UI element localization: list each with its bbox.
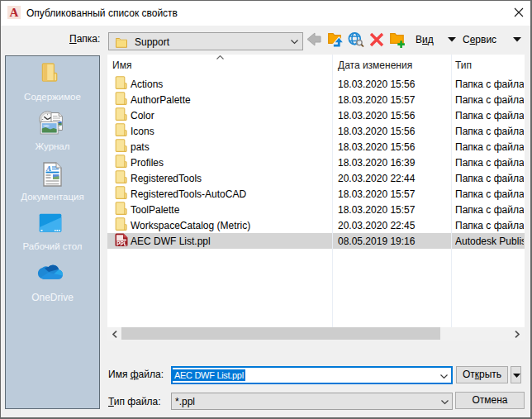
svg-text:A: A (45, 164, 51, 173)
